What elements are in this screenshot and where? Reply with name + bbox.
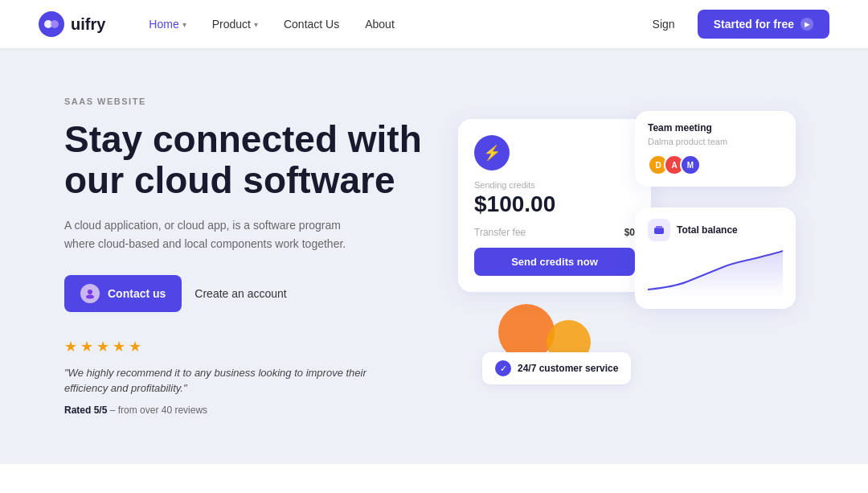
star-icon: ★ — [129, 338, 141, 355]
svg-rect-6 — [656, 226, 662, 228]
service-label: 24/7 customer service — [518, 363, 618, 374]
hero-title: Stay connected with our cloud software — [64, 119, 434, 200]
hero-actions: Contact us Create an account — [64, 275, 434, 312]
star-icon: ★ — [64, 338, 77, 355]
nav-item-contact[interactable]: Contact Us — [272, 11, 350, 37]
saas-badge: SAAS WEBSITE — [64, 97, 434, 106]
lightning-icon: ⚡ — [483, 144, 501, 162]
balance-header: Total balance — [648, 219, 783, 241]
sign-button[interactable]: Sign — [643, 11, 685, 37]
star-icon: ★ — [113, 338, 125, 355]
started-button[interactable]: Started for free ▶ — [698, 10, 829, 39]
play-icon: ▶ — [800, 18, 813, 31]
team-avatars: D A M — [648, 154, 783, 175]
svg-point-3 — [88, 290, 92, 294]
team-subtitle: Dalma product team — [648, 137, 783, 146]
sending-label: Sending credits — [474, 180, 635, 190]
review-rating: Rated 5/5 – from over 40 reviews — [64, 405, 434, 416]
nav-item-home[interactable]: Home ▾ — [137, 11, 197, 37]
svg-rect-5 — [654, 228, 664, 234]
logo[interactable]: uifry — [39, 11, 105, 37]
transfer-amount: $0 — [624, 227, 635, 238]
amount-value: $100.00 — [474, 191, 635, 217]
review-quote: "We highly recommend it to any business … — [64, 365, 370, 396]
service-card: ✓ 24/7 customer service — [482, 352, 631, 384]
hero-description: A cloud application, or cloud app, is a … — [64, 216, 370, 253]
navbar: uifry Home ▾ Product ▾ Contact Us About … — [0, 0, 868, 48]
transfer-label: Transfer fee — [474, 227, 526, 238]
balance-card: Total balance — [635, 207, 796, 309]
svg-point-2 — [51, 20, 59, 28]
transfer-fee-row: Transfer fee $0 — [474, 227, 635, 238]
star-icon: ★ — [96, 338, 109, 355]
svg-point-4 — [86, 294, 94, 298]
balance-icon — [648, 219, 670, 241]
chevron-down-icon: ▾ — [182, 20, 186, 29]
logo-text: uifry — [71, 15, 105, 34]
star-icon: ★ — [80, 338, 93, 355]
nav-item-about[interactable]: About — [354, 11, 406, 37]
credits-card: ⚡ Sending credits $100.00 Transfer fee $… — [458, 119, 651, 292]
check-circle-icon: ✓ — [495, 360, 511, 376]
nav-links: Home ▾ Product ▾ Contact Us About — [137, 11, 642, 37]
nav-item-product[interactable]: Product ▾ — [201, 11, 269, 37]
balance-title: Total balance — [677, 224, 738, 236]
chevron-down-icon: ▾ — [254, 20, 258, 29]
partners-section: Used by industry leaders you know A clou… — [0, 464, 868, 493]
contact-us-button[interactable]: Contact us — [64, 275, 182, 312]
avatar — [80, 284, 100, 303]
hero-section: SAAS WEBSITE Stay connected with our clo… — [0, 48, 868, 464]
team-meeting-card: Team meeting Dalma product team D A M — [635, 111, 796, 187]
hero-right: Team meeting Dalma product team D A M ⚡ … — [434, 103, 804, 409]
balance-chart — [648, 249, 783, 298]
star-rating: ★ ★ ★ ★ ★ — [64, 338, 434, 355]
nav-right: Sign Started for free ▶ — [643, 10, 829, 39]
hero-left: SAAS WEBSITE Stay connected with our clo… — [64, 97, 434, 416]
avatar: M — [680, 154, 701, 175]
team-title: Team meeting — [648, 122, 783, 134]
create-account-button[interactable]: Create an account — [194, 287, 286, 300]
send-credits-button[interactable]: Send credits now — [474, 248, 635, 276]
lightning-icon-container: ⚡ — [474, 135, 510, 170]
